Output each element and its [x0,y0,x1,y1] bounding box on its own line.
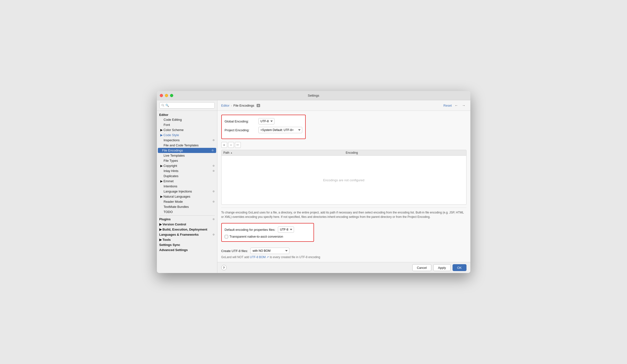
settings-icon: ⚙ [212,190,215,193]
goland-note-prefix: GoLand will NOT add [221,256,250,259]
sidebar-section-languages[interactable]: Languages & Frameworks ⚙ [157,232,217,237]
apply-button[interactable]: Apply [433,264,451,271]
global-encoding-row: Global Encoding: UTF-8 [225,118,302,124]
sidebar-item-code-style[interactable]: ▶ Code Style [157,132,217,138]
sidebar-item-label: Font [164,123,170,127]
cancel-button[interactable]: Cancel [412,264,431,271]
sidebar-item-duplicates[interactable]: Duplicates [157,173,217,179]
close-button[interactable] [160,94,163,97]
breadcrumb-icon: ⊞ [257,104,260,107]
sidebar-item-label: Settings Sync [159,243,180,247]
transparent-label[interactable]: Transparent native-to-ascii conversion [230,235,283,238]
global-encoding-select[interactable]: UTF-8 [258,118,274,124]
encoding-red-box: Global Encoding: UTF-8 Project Encoding:… [221,115,306,139]
project-encoding-select[interactable]: <System Default: UTF-8> [258,127,302,133]
utf8-bom-link[interactable]: UTF-8 BOM ↗ [250,256,269,259]
sidebar-section-advanced-settings[interactable]: Advanced Settings [157,247,217,253]
project-encoding-label: Project Encoding: [225,128,257,132]
sidebar-item-label: Intentions [164,184,177,188]
properties-encoding-row: Default encoding for properties files: U… [225,226,311,233]
properties-red-box: Default encoding for properties files: U… [221,223,314,242]
transparent-checkbox[interactable] [225,235,228,238]
settings-icon: ⚙ [212,233,215,236]
header-actions: Reset ← → [444,103,467,108]
table-body: Encodings are not configured [221,156,466,205]
create-utf8-label: Create UTF-8 files: [221,249,248,253]
settings-icon: ⚙ [212,139,215,142]
sidebar-item-inspections[interactable]: Inspections ⚙ [157,138,217,143]
maximize-button[interactable] [170,94,173,97]
sidebar-item-label: Inlay Hints [164,169,179,173]
transparent-conversion-row: Transparent native-to-ascii conversion [225,235,311,238]
remove-path-button[interactable]: − [228,142,234,148]
sidebar-item-label: ▶ Version Control [159,222,186,226]
encodings-table: Path ▲ Encoding Encodings are not config… [221,150,467,205]
minimize-button[interactable] [165,94,168,97]
ok-button[interactable]: OK [453,264,467,271]
path-column-header: Path ▲ [221,150,344,156]
help-button[interactable]: ? [221,265,227,270]
sidebar-item-label: Language Injections [164,190,192,193]
sidebar-item-font[interactable]: Font [157,122,217,127]
properties-label: Default encoding for properties files: [225,228,275,232]
content-header: Editor › File Encodings ⊞ Reset ← → [217,100,470,111]
settings-panel: Global Encoding: UTF-8 Project Encoding:… [217,111,470,262]
breadcrumb-parent[interactable]: Editor [221,104,230,107]
sidebar-item-textmate-bundles[interactable]: TextMate Bundles [157,204,217,209]
sidebar-item-live-templates[interactable]: Live Templates [157,153,217,158]
search-input[interactable] [159,102,215,108]
sidebar-item-color-scheme[interactable]: ▶ Color Scheme [157,127,217,132]
empty-message: Encodings are not configured [323,178,364,182]
titlebar: Settings [157,91,470,100]
sidebar-item-label: TextMate Bundles [164,205,189,208]
sidebar-item-copyright[interactable]: ▶ Copyright ⚙ [157,163,217,168]
sidebar: Editor Code Editing Font ▶ Color Scheme … [157,100,217,273]
footer-left: ? [221,265,227,270]
sidebar-section-tools[interactable]: ▶ Tools [157,237,217,242]
sidebar-item-file-code-templates[interactable]: File and Code Templates [157,143,217,148]
sidebar-item-language-injections[interactable]: Language Injections ⚙ [157,189,217,194]
sidebar-item-label: File Types [164,159,178,162]
sidebar-item-label: ▶ Natural Languages [160,195,190,198]
add-path-button[interactable]: + [221,142,227,148]
sidebar-item-label: Inspections [164,138,180,142]
properties-section: Default encoding for properties files: U… [221,223,314,245]
sidebar-item-inlay-hints[interactable]: Inlay Hints ⚙ [157,168,217,173]
sidebar-item-natural-languages[interactable]: ▶ Natural Languages [157,194,217,199]
footer: ? Cancel Apply OK [217,262,470,273]
sidebar-section-build[interactable]: ▶ Build, Execution, Deployment [157,227,217,232]
sidebar-item-label: File and Code Templates [164,144,199,147]
path-toolbar: + − ✏ [221,142,467,148]
sidebar-section-settings-sync[interactable]: Settings Sync [157,242,217,247]
nav-back-button[interactable]: ← [454,103,459,108]
sidebar-item-label: TODO [164,210,173,214]
sidebar-item-code-editing[interactable]: Code Editing [157,117,217,122]
project-encoding-row: Project Encoding: <System Default: UTF-8… [225,127,302,133]
sidebar-item-label: File Encodings [162,149,183,152]
info-text: To change encoding GoLand uses for a fil… [221,208,467,219]
reset-link[interactable]: Reset [444,104,452,107]
sidebar-item-file-types[interactable]: File Types [157,158,217,163]
goland-note-suffix: to every created file in UTF-8 encoding [269,256,320,259]
sidebar-item-label: Live Templates [164,154,185,157]
search-bar [157,100,217,111]
breadcrumb-current: File Encodings [233,104,254,107]
nav-forward-button[interactable]: → [461,103,467,108]
edit-path-button[interactable]: ✏ [235,142,241,148]
sidebar-item-todo[interactable]: TODO [157,209,217,214]
settings-icon: ⚙ [211,149,214,152]
sidebar-item-file-encodings[interactable]: File Encodings ⚙ [158,148,216,153]
sidebar-item-label: Plugins [159,217,171,221]
create-utf8-select[interactable]: with NO BOM with BOM [250,248,289,254]
sidebar-item-reader-mode[interactable]: Reader Mode ⚙ [157,199,217,204]
sidebar-item-label: Duplicates [164,174,179,178]
encoding-section: Global Encoding: UTF-8 Project Encoding:… [221,115,306,142]
global-encoding-label: Global Encoding: [225,119,257,123]
content-area: Editor › File Encodings ⊞ Reset ← → [217,100,470,273]
properties-encoding-select[interactable]: UTF-8 [278,226,294,233]
sidebar-section-plugins[interactable]: Plugins ⚙ [157,217,217,222]
sidebar-item-label: ▶ Tools [159,238,171,242]
sidebar-item-intentions[interactable]: Intentions [157,184,217,189]
sidebar-section-version-control[interactable]: ▶ Version Control [157,222,217,227]
sidebar-item-emmet[interactable]: ▶ Emmet [157,179,217,184]
